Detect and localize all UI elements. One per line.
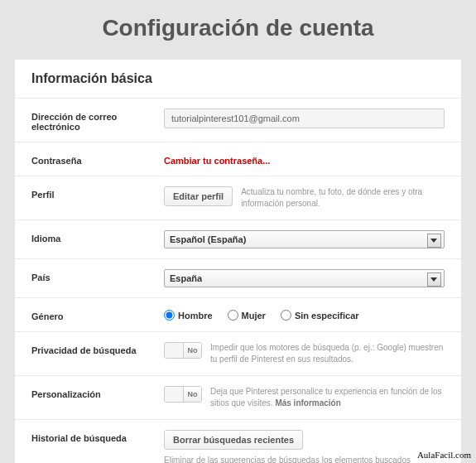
country-select-wrap: España — [164, 269, 445, 287]
email-field[interactable] — [164, 109, 445, 128]
gender-radio-female[interactable]: Mujer — [228, 310, 266, 321]
personalization-more-info-link[interactable]: Más información — [275, 398, 340, 408]
label-search-history: Historial de búsqueda — [31, 430, 164, 443]
gender-radio-female-input[interactable] — [228, 310, 238, 321]
row-search-history: Historial de búsqueda Borrar búsquedas r… — [15, 419, 461, 463]
gender-label-female: Mujer — [242, 311, 266, 321]
label-personalization: Personalización — [31, 386, 164, 399]
country-select[interactable]: España — [164, 269, 445, 287]
watermark: AulaFacil.com — [417, 450, 471, 460]
gender-radio-male-input[interactable] — [164, 310, 175, 321]
gender-radio-male[interactable]: Hombre — [164, 310, 213, 321]
change-password-link[interactable]: Cambiar tu contraseña... — [164, 152, 270, 166]
row-profile: Perfil Editar perfil Actualiza tu nombre… — [15, 176, 461, 219]
profile-helper: Actualiza tu nombre, tu foto, de dónde e… — [241, 186, 445, 210]
personalization-toggle-knob: No — [183, 387, 201, 402]
language-select-wrap: Español (España) — [164, 230, 445, 248]
label-country: País — [31, 269, 164, 282]
row-language: Idioma Español (España) — [15, 219, 461, 258]
settings-panel: Información básica Dirección de correo e… — [15, 60, 461, 463]
label-language: Idioma — [31, 230, 164, 244]
gender-label-unspecified: Sin especificar — [295, 311, 359, 321]
search-privacy-helper: Impedir que los motores de búsqueda (p. … — [210, 342, 445, 365]
row-country: País España — [15, 258, 461, 297]
label-password: Contraseña — [31, 152, 164, 166]
row-gender: Género Hombre Mujer Sin especificar — [15, 297, 461, 331]
search-privacy-toggle-knob: No — [183, 343, 201, 358]
edit-profile-button[interactable]: Editar perfil — [164, 186, 233, 206]
label-gender: Género — [31, 308, 164, 321]
page-title: Configuración de cuenta — [0, 0, 476, 60]
search-history-helper: Eliminar de las sugerencias de búsquedas… — [164, 455, 445, 463]
row-search-privacy: Privacidad de búsqueda No Impedir que lo… — [15, 331, 461, 375]
search-privacy-toggle[interactable]: No — [164, 342, 202, 359]
row-personalization: Personalización No Deja que Pinterest pe… — [15, 375, 461, 419]
language-select[interactable]: Español (España) — [164, 230, 445, 248]
gender-radio-unspecified-input[interactable] — [281, 310, 291, 321]
row-password: Contraseña Cambiar tu contraseña... — [15, 142, 461, 176]
personalization-helper: Deja que Pinterest personalice tu experi… — [210, 386, 445, 409]
gender-radio-group: Hombre Mujer Sin especificar — [164, 308, 359, 321]
clear-search-history-button[interactable]: Borrar búsquedas recientes — [164, 430, 303, 450]
section-title: Información básica — [15, 60, 461, 98]
gender-radio-unspecified[interactable]: Sin especificar — [281, 310, 359, 321]
row-email: Dirección de correo electrónico — [15, 98, 461, 142]
gender-label-male: Hombre — [178, 311, 213, 321]
label-profile: Perfil — [31, 186, 164, 200]
label-email: Dirección de correo electrónico — [31, 109, 164, 132]
personalization-toggle[interactable]: No — [164, 386, 202, 403]
label-search-privacy: Privacidad de búsqueda — [31, 342, 164, 355]
